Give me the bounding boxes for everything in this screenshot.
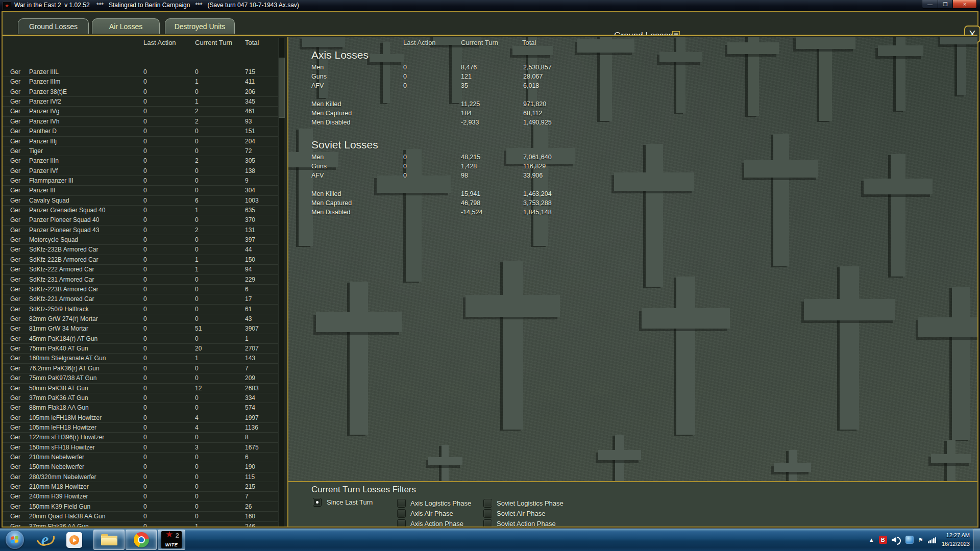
maximize-button[interactable]: ❐ [938,0,952,9]
filter-axis-air-phase[interactable]: Axis Air Phase [397,508,471,518]
show-desktop-button[interactable] [973,529,980,551]
cell-last: 0 [143,246,147,253]
cell-name: 210mm Nebelwerfer [29,454,84,461]
loss-turn: 121 [461,73,472,80]
cell-name: SdKfz-232B Armored Car [29,246,98,253]
cell-name: 240mm H39 Howitzer [29,493,88,500]
cell-turn: 0 [195,493,199,500]
cell-nat: Ger [10,385,20,392]
cell-nat: Ger [10,118,20,125]
cell-nat: Ger [10,394,20,402]
action-center-icon[interactable]: ⚑ [918,537,923,543]
antivirus-tray-icon[interactable]: B [879,536,887,544]
cell-name: 82mm GrW 274(r) Mortar [29,315,98,322]
column-header-last-action: Last Action [143,39,176,46]
filter-axis-action-phase[interactable]: Axis Action Phase [397,518,471,527]
cell-turn: 2 [195,157,199,164]
cell-total: 150 [245,256,255,263]
checkbox-icon[interactable] [483,519,492,527]
filter-soviet-action-phase[interactable]: Soviet Action Phase [483,518,564,527]
filter-since-last-turn[interactable]: Since Last Turn [313,498,373,507]
cell-last: 0 [143,306,147,313]
wite2-button[interactable]: ★ 2 WITE [158,530,185,550]
filter-label: Soviet Action Phase [497,520,556,527]
loss-label: Men Disabled [311,209,350,216]
chrome-icon [134,532,149,547]
taskbar-clock[interactable]: 12:27 AM 16/12/2023 [942,531,970,548]
cell-total: 190 [245,463,255,470]
loss-total: 3,753,288 [523,199,552,207]
loss-total: 7,061,640 [523,154,552,161]
cell-name: 75mm PaK97/38 AT Gun [29,374,96,382]
cell-nat: Ger [10,256,20,263]
tab-ground-losses[interactable]: Ground Losses [18,18,89,34]
scrollbar-thumb[interactable] [279,58,285,118]
cell-total: 94 [245,266,252,273]
cell-total: 151 [245,128,255,135]
table-row: Ger150mm Nebelwerfer00190 [3,462,278,472]
cell-nat: Ger [10,236,20,243]
loss-total: 1,845,148 [523,209,552,216]
scrollbar-track[interactable] [278,38,284,527]
cell-turn: 0 [195,513,199,520]
cell-name: 150mm sFH18 Howitzer [29,444,95,451]
chrome-button[interactable] [126,530,157,550]
cell-nat: Ger [10,295,20,303]
cell-turn: 1 [195,207,199,214]
cell-nat: Ger [10,335,20,342]
cell-turn: 51 [195,325,202,332]
filter-axis-logistics-phase[interactable]: Axis Logistics Phase [397,498,471,508]
minimize-button[interactable]: — [922,0,938,9]
cell-nat: Ger [10,493,20,500]
table-row: Ger37mm Flak36 AA Gun01246 [3,522,278,527]
checkbox-icon[interactable] [483,499,492,508]
table-row: Ger160mm Stielgranate AT Gun01143 [3,354,278,363]
cell-total: 334 [245,394,255,402]
table-row: GerPanzer Grenadier Squad 4001635 [3,206,278,215]
loss-last: 0 [403,73,407,80]
cell-last: 0 [143,266,147,273]
filter-soviet-logistics-phase[interactable]: Soviet Logistics Phase [483,498,564,508]
hidden-icons-button[interactable]: ▲ [869,537,874,543]
network-icon[interactable] [928,537,937,543]
cell-total: 246 [245,523,255,527]
file-explorer-button[interactable] [93,530,125,550]
checkbox-icon[interactable] [483,509,492,518]
start-button[interactable] [6,531,24,549]
loss-last: 0 [403,163,407,170]
internet-explorer-icon[interactable]: e [36,531,54,549]
close-window-button[interactable]: × [952,0,977,9]
loss-total: 33,906 [523,172,543,179]
cell-name: Panzer IIIj [29,138,57,145]
content-area: Last Action Current Turn Total GerPanzer… [3,35,977,527]
cell-turn: 0 [195,306,199,313]
loss-total: 1,490,925 [523,119,552,126]
filter-soviet-air-phase[interactable]: Soviet Air Phase [483,508,564,518]
cell-last: 0 [143,286,147,293]
play-icon [69,535,79,545]
clock-time: 12:27 AM [942,531,970,540]
cell-turn: 2 [195,227,199,234]
cell-nat: Ger [10,157,20,164]
cell-nat: Ger [10,266,20,273]
tray-program-icon[interactable] [905,536,914,544]
cell-total: 209 [245,374,255,382]
cell-last: 0 [143,473,147,481]
checkbox-icon[interactable] [397,499,406,508]
table-row: Ger76.2mm PaK36(r) AT Gun007 [3,364,278,373]
radio-icon[interactable] [313,498,322,507]
cell-total: 215 [245,483,255,490]
checkbox-icon[interactable] [397,509,406,518]
cell-turn: 2 [195,118,199,125]
tab-air-losses[interactable]: Air Losses [92,18,160,34]
cell-nat: Ger [10,414,20,421]
checkbox-icon[interactable] [397,519,406,527]
cell-nat: Ger [10,78,20,85]
cell-turn: 0 [195,187,199,194]
media-player-icon[interactable] [66,532,82,548]
volume-icon[interactable] [892,536,901,544]
tab-destroyed-units[interactable]: Destroyed Units [165,18,235,34]
filter-label: Soviet Logistics Phase [497,499,564,507]
table-row: Ger75mm PaK40 AT Gun0202707 [3,344,278,354]
cell-name: Motorcycle Squad [29,236,78,243]
